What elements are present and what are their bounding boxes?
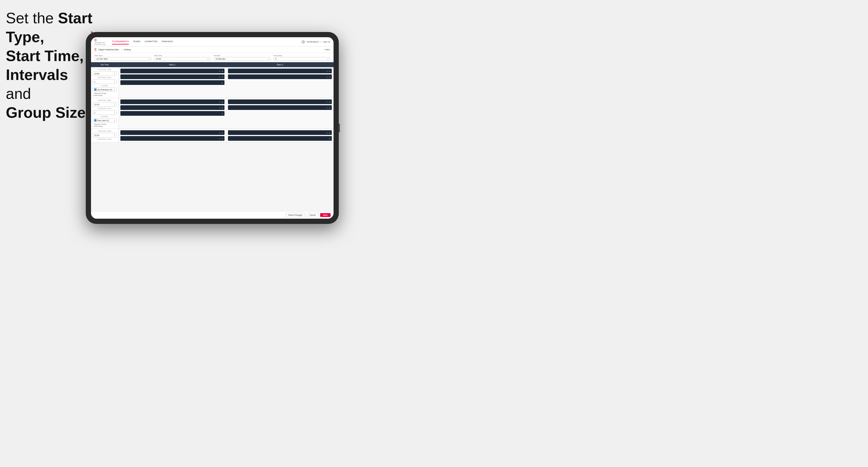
group-size-label: Group Size [273,55,330,56]
slot-x[interactable]: ✕ [219,101,220,103]
hole-spin-down-2[interactable]: ▼ [114,113,115,114]
cancel-button[interactable]: Cancel [307,213,318,217]
sign-out-link[interactable]: Sign out [323,41,330,43]
player-slot: ✕ ⊕ [228,99,332,104]
starting-time-input-3[interactable]: 10:20 ▲ ▼ [93,133,117,137]
slot-add[interactable]: ⊕ [329,76,330,78]
hole-spin-1[interactable]: ▲ ▼ [114,80,115,83]
slot-x[interactable]: ✕ [326,76,328,78]
slot-x[interactable]: ✕ [219,132,220,134]
starting-time-label-2: STARTING TIME: [93,99,117,101]
save-button[interactable]: Save [320,213,331,217]
starting-hole-input-2[interactable]: 1 ▲ ▼ [93,110,117,115]
slot-add[interactable]: ⊕ [329,132,330,134]
course-icon-2 [94,119,97,122]
slot-x[interactable]: ✕ [326,101,328,103]
slot-add[interactable]: ⊕ [222,101,223,103]
slot-add[interactable]: ⊕ [222,107,223,109]
add-group-btn-1[interactable]: + Add Group [93,94,117,96]
time-spin-1[interactable]: ▲ ▼ [114,72,115,75]
instruction-plain3: and [6,85,31,102]
tablet-screen: C SCOREBOARD Powered by clipp... TOURNAM… [91,37,334,219]
slot-add[interactable]: ⊕ [329,70,330,72]
slot-add[interactable]: ⊕ [222,70,223,72]
player-slot: ✕ ⊕ [228,105,332,110]
team2-col-2: ✕ ⊕ ✕ ⊕ [226,98,334,128]
start-type-select[interactable]: 1st Tee Start ▾ [94,57,151,61]
course-tag-2[interactable]: East Lake GC ✕ [93,118,117,122]
breadcrumb-logo-c: C [94,48,97,51]
course-label-1: COURSE: [93,85,117,87]
add-group-btn-2[interactable]: + Add Group [93,125,117,127]
starting-time-val-3: 10:20 [94,134,99,136]
slot-add[interactable]: ⊕ [222,132,223,134]
player-slot: ✕ ⊕ [120,130,224,135]
ctrl-actions-1: ○ Remove Group + Add Group [93,92,117,96]
remove-group-btn-2[interactable]: ○ Remove Group [93,123,117,125]
slot-x[interactable]: ✕ [219,107,220,109]
course-remove-1[interactable]: ✕ [114,89,115,91]
slot-add[interactable]: ⊕ [222,82,223,84]
spin-down-2[interactable]: ▼ [114,104,115,106]
instruction-line2: Start Time, [6,48,84,64]
starting-time-input-1[interactable]: 10:00 ▲ ▼ [93,71,117,76]
nav-tournaments[interactable]: TOURNAMENTS [112,39,129,44]
breadcrumb-sep: > [121,49,122,51]
group-size-select[interactable]: 3 ▾ [273,57,330,61]
slot-x[interactable]: ✕ [219,70,220,72]
table-row: STARTING TIME: 10:00 ▲ ▼ STARTING HOLE: … [91,67,334,98]
team1-col-2: ✕ ⊕ ✕ ⊕ ⊕ [119,98,226,128]
starting-time-label-3: STARTING TIME: [93,130,117,132]
remove-icon-1: ○ [93,92,94,94]
group-size-chevron: ▾ [328,58,328,60]
scoreboard-text: SCOREBOARD [94,42,107,43]
start-type-chevron: ▾ [149,58,150,60]
slot-x[interactable]: ✕ [326,107,328,109]
slot-add[interactable]: ⊕ [329,101,330,103]
th-team1: Team 1 [119,62,226,67]
player-slot: ✕ ⊕ [228,74,332,79]
breadcrumb-tournament[interactable]: Clippd Invitational (Ma... [98,49,120,51]
starting-hole-input-1[interactable]: 1 ▲ ▼ [93,80,117,84]
slot-add[interactable]: ⊕ [222,137,223,139]
course-remove-2[interactable]: ✕ [114,120,115,122]
remove-group-btn-1[interactable]: ○ Remove Group [93,92,117,94]
hole-spin-2[interactable]: ▲ ▼ [114,111,115,114]
time-spin-2[interactable]: ▲ ▼ [114,103,115,106]
start-type-group: Start Type 1st Tee Start ▾ [94,55,151,61]
start-time-select[interactable]: 10:00 ⏱ [154,57,211,61]
player-slot: ⊕ [120,111,224,116]
start-time-value: 10:00 [156,58,161,60]
slot-add[interactable]: ⊕ [222,113,223,115]
slot-add[interactable]: ⊕ [329,137,330,139]
spin-down-3[interactable]: ▼ [114,135,115,137]
start-time-label: Start Time [154,55,211,56]
slot-x[interactable]: ✕ [219,76,220,78]
tee-controls-2: STARTING TIME: 10:10 ▲ ▼ STARTING HOLE: … [91,98,119,128]
back-button[interactable]: < Back [323,49,330,51]
group-size-value: 3 [275,58,276,60]
intervals-chevron: ▾ [268,58,269,60]
breadcrumb-bar: C Clippd Invitational (Ma... > Hosting <… [91,46,334,53]
spin-down-1[interactable]: ▼ [114,73,115,75]
nav-committee[interactable]: COMMITTEE [145,39,158,44]
time-spin-3[interactable]: ▲ ▼ [114,134,115,137]
nav-rankings[interactable]: RANKINGS [162,39,173,44]
hole-spin-down-1[interactable]: ▼ [114,82,115,83]
slot-add[interactable]: ⊕ [329,107,330,109]
starting-time-input-2[interactable]: 10:10 ▲ ▼ [93,102,117,107]
slot-x[interactable]: ✕ [219,137,220,139]
starting-hole-label-1: STARTING HOLE: [93,77,117,79]
tablet-frame: C SCOREBOARD Powered by clipp... TOURNAM… [86,32,339,224]
settings-row: Start Type 1st Tee Start ▾ Start Time 10… [91,53,334,62]
course-tag-1[interactable]: (A) Peachtree GC ✕ [93,88,117,92]
intervals-select[interactable]: 10 Minutes ▾ [214,57,271,61]
reset-changes-button[interactable]: Reset Changes [286,213,305,217]
table-row: STARTING TIME: 10:20 ▲ ▼ STARTING HOLE: … [91,129,334,143]
player-slot: ✕ ⊕ [228,130,332,135]
nav-teams[interactable]: TEAMS [133,39,141,44]
intervals-label: Intervals [214,55,271,56]
slot-add[interactable]: ⊕ [222,76,223,78]
slot-x[interactable]: ✕ [326,70,328,72]
slot-x[interactable]: ✕ [326,132,328,134]
